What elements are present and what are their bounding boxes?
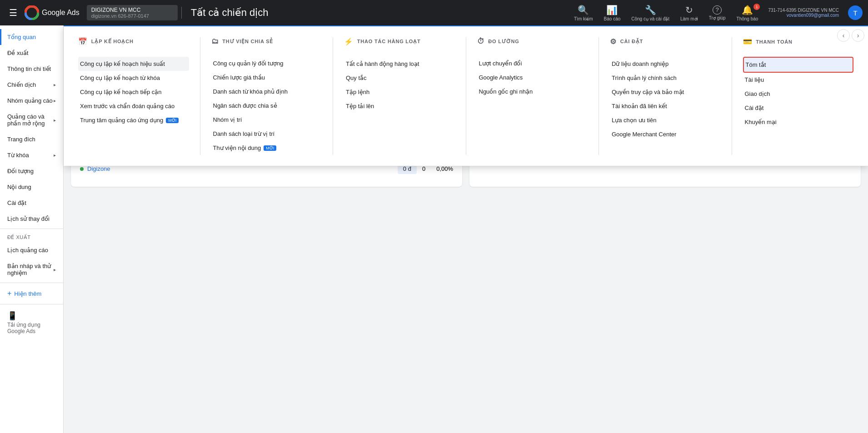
col-divider-4	[599, 37, 599, 155]
sidebar-item-nhom-quang-cao[interactable]: Nhóm quảng cáo ▸	[0, 93, 63, 109]
col-divider-2	[333, 37, 333, 155]
help-label: Trợ giúp	[709, 15, 726, 20]
menu-quyen-truy-cap[interactable]: Quyền truy cập và bảo mật	[610, 85, 721, 99]
menu-thu-vien-noi-dung[interactable]: Thư viện nội dung Mới	[211, 141, 322, 155]
campaign-clicks: 0	[422, 165, 425, 172]
sidebar-item-doi-tuong[interactable]: Đối tượng	[0, 163, 63, 179]
report-icon: 📊	[606, 5, 618, 15]
sidebar-item-quang-cao[interactable]: Quảng cáo và phần mở rộng ▸	[0, 109, 63, 131]
menu-cong-cu-hieu-suat[interactable]: Công cụ lập kế hoạch hiệu suất	[78, 57, 189, 71]
menu-ngan-sach[interactable]: Ngân sách được chia sẻ	[211, 99, 322, 113]
scroll-arrows: ‹ ›	[837, 29, 864, 42]
user-email: vovantien099@gmail.com	[787, 13, 839, 18]
scroll-right-arrow[interactable]: ›	[852, 29, 864, 42]
user-info: 731-714-6395 DIGIZONE VN MCC vovantien09…	[764, 6, 843, 20]
menu-quy-tac[interactable]: Quy tắc	[344, 71, 455, 85]
download-app-btn[interactable]: 📱 Tải ứng dụng Google Ads	[0, 306, 63, 339]
sidebar-item-thong-tin[interactable]: Thông tin chi tiết	[0, 61, 63, 77]
menu-tat-ca-hanh-dong[interactable]: Tất cả hành động hàng loạt	[344, 57, 455, 71]
notification-icon: 🔔	[742, 5, 753, 15]
sidebar-item-chien-dich[interactable]: Chiến dịch ▸	[0, 77, 63, 93]
tools-icon: 🔧	[645, 5, 656, 15]
user-avatar[interactable]: T	[848, 5, 863, 20]
account-sub: digizone.vn 626-877-0147	[91, 13, 173, 19]
search-btn[interactable]: 🔍 Tìm kiếm	[569, 3, 598, 23]
menu-google-analytics[interactable]: Google Analytics	[477, 70, 588, 85]
status-dot	[80, 167, 84, 171]
account-name: DIGIZONE VN MCC	[91, 7, 173, 13]
top-header: ☰ Google Ads DIGIZONE VN MCC digizone.vn…	[0, 0, 868, 25]
col-header-cai-dat: ⚙ CÀI ĐẶT	[610, 37, 721, 50]
show-more-btn[interactable]: + Hiện thêm	[0, 285, 63, 302]
notification-badge: 1	[753, 4, 760, 10]
column-thanh-toan: 💳 THANH TOÁN Tóm tắt Tài liệu Giao dịch …	[743, 37, 854, 155]
notification-btn[interactable]: 🔔 1 Thông báo	[732, 3, 763, 23]
hamburger-icon[interactable]: ☰	[5, 4, 21, 22]
tools-btn[interactable]: 🔧 Công cụ và cài đặt	[627, 3, 674, 23]
menu-nguon-goc[interactable]: Nguồn gốc ghi nhận	[477, 85, 588, 99]
sidebar-item-ban-nhap[interactable]: Bản nháp và thử nghiệm ▸	[0, 258, 63, 281]
help-btn[interactable]: ? Trợ giúp	[704, 4, 730, 22]
menu-tom-tat[interactable]: Tóm tắt	[743, 57, 854, 73]
report-btn[interactable]: 📊 Báo cáo	[599, 3, 625, 23]
menu-google-merchant[interactable]: Google Merchant Center	[610, 127, 721, 141]
menu-cong-cu-doi-tuong[interactable]: Công cụ quản lý đối tượng	[211, 56, 322, 70]
sidebar-label-cai-dat: Cài đặt	[7, 199, 26, 206]
google-logo-icon	[25, 5, 39, 20]
sidebar-label-quang-cao: Quảng cáo và phần mở rộng	[7, 113, 54, 127]
menu-cong-cu-tu-khoa[interactable]: Công cụ lập kế hoạch từ khóa	[78, 71, 189, 85]
header-actions: 🔍 Tìm kiếm 📊 Báo cáo 🔧 Công cụ và cài đặ…	[569, 3, 863, 23]
plus-icon: +	[7, 289, 11, 298]
bulk-icon: ⚡	[344, 37, 354, 46]
menu-tep-tai-len[interactable]: Tệp tải lên	[344, 99, 455, 113]
campaign-ctr: 0,00%	[436, 165, 453, 172]
scroll-left-arrow[interactable]: ‹	[837, 29, 850, 42]
menu-cong-cu-tiep-can[interactable]: Công cụ lập kế hoạch tiếp cận	[78, 85, 189, 99]
search-label: Tìm kiếm	[574, 16, 593, 21]
col-title-thanh-toan: THANH TOÁN	[756, 39, 793, 45]
menu-trung-tam[interactable]: Trung tâm quảng cáo ứng dụng Mới	[78, 113, 189, 127]
account-info[interactable]: DIGIZONE VN MCC digizone.vn 626-877-0147	[87, 5, 178, 20]
menu-cai-dat-tt[interactable]: Cài đặt	[743, 101, 854, 115]
menu-giao-dich[interactable]: Giao dịch	[743, 87, 854, 101]
page-title: Tất cả chiến dịch	[181, 7, 569, 19]
payment-icon: 💳	[743, 37, 753, 46]
sidebar-label-lich-su: Lịch sử thay đổi	[7, 215, 50, 222]
menu-tai-lieu[interactable]: Tài liệu	[743, 73, 854, 87]
tools-label: Công cụ và cài đặt	[631, 16, 669, 21]
menu-khuyen-mai[interactable]: Khuyến mại	[743, 115, 854, 129]
sidebar-label-lich-quang-cao: Lịch quảng cáo	[7, 247, 48, 254]
menu-danh-sach-tu-khoa[interactable]: Danh sách từ khóa phủ định	[211, 85, 322, 99]
menu-xem-truoc[interactable]: Xem trước và chẩn đoán quảng cáo	[78, 99, 189, 113]
sidebar-item-lich-quang-cao[interactable]: Lịch quảng cáo	[0, 242, 63, 258]
sidebar-item-trang-dich[interactable]: Trang đích	[0, 131, 63, 147]
google-ads-logo[interactable]: Google Ads	[25, 5, 80, 20]
refresh-icon: ↻	[685, 5, 693, 15]
menu-du-lieu-doanh-nghiep[interactable]: Dữ liệu doanh nghiệp	[610, 57, 721, 71]
column-cai-dat: ⚙ CÀI ĐẶT Dữ liệu doanh nghiệp Trình quả…	[610, 37, 721, 155]
refresh-label: Làm mới	[680, 16, 698, 21]
chevron-ban-nhap: ▸	[54, 267, 56, 272]
menu-nhom-vi-tri[interactable]: Nhóm vị trí	[211, 113, 322, 127]
sidebar-item-noi-dung[interactable]: Nội dung	[0, 179, 63, 195]
menu-luot-chuyen-doi[interactable]: Lượt chuyển đổi	[477, 56, 588, 70]
calendar-icon: 📅	[78, 37, 88, 46]
mega-menu-overlay: 📅 LẬP KẾ HOẠCH Công cụ lập kế hoạch hiệu…	[64, 25, 868, 433]
refresh-btn[interactable]: ↻ Làm mới	[676, 3, 703, 23]
menu-tai-khoan-lien-ket[interactable]: Tài khoản đã liên kết	[610, 99, 721, 113]
menu-tap-lenh[interactable]: Tập lệnh	[344, 85, 455, 99]
menu-trinh-quan-ly[interactable]: Trình quản lý chính sách	[610, 71, 721, 85]
menu-chien-luoc-gia-thau[interactable]: Chiến lược giá thầu	[211, 70, 322, 85]
help-icon: ?	[713, 5, 722, 15]
sidebar-item-tong-quan[interactable]: Tổng quan	[0, 29, 63, 45]
col-divider-3	[466, 37, 466, 155]
sidebar-item-tu-khoa[interactable]: Từ khóa ▸	[0, 147, 63, 163]
menu-lua-chon-uu-tien[interactable]: Lựa chọn ưu tiên	[610, 113, 721, 127]
col-header-do-luong: ⏱ ĐO LƯỜNG	[477, 37, 588, 49]
sidebar: Tổng quan Đề xuất Thông tin chi tiết Chi…	[0, 25, 64, 433]
menu-danh-sach-loai-tru[interactable]: Danh sách loại trừ vị trí	[211, 127, 322, 141]
sidebar-item-lich-su[interactable]: Lịch sử thay đổi	[0, 211, 63, 227]
col-title-lap-ke-hoach: LẬP KẾ HOẠCH	[91, 39, 134, 45]
sidebar-item-de-xuat[interactable]: Đề xuất	[0, 45, 63, 61]
sidebar-item-cai-dat[interactable]: Cài đặt	[0, 195, 63, 211]
